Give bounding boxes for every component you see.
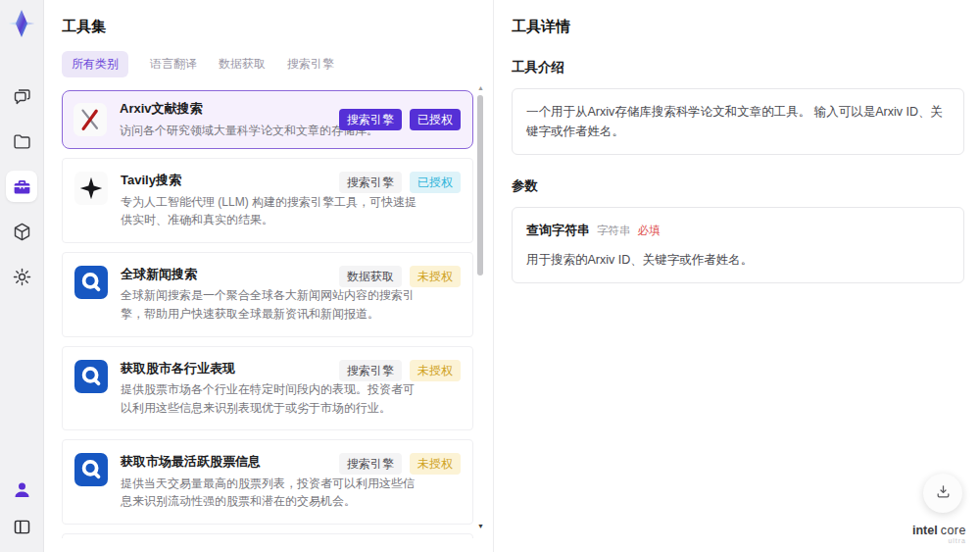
blue-search-icon <box>74 266 108 299</box>
tool-card[interactable]: Tavily搜索 专为人工智能代理 (LLM) 构建的搜索引擎工具，可快速提供实… <box>62 158 473 243</box>
tool-tags: 搜索引擎未授权 <box>339 453 461 475</box>
tag-cyan: 已授权 <box>410 172 461 193</box>
tool-card[interactable]: 获取市场最活跃股票信息 提供当天交易量最高的股票列表，投资者可以利用这些信息来识… <box>62 439 473 525</box>
intro-heading: 工具介绍 <box>512 59 964 76</box>
tool-card[interactable]: 获取股市各行业表现 提供股票市场各个行业在特定时间段内的表现。投资者可以利用这些… <box>62 346 473 431</box>
page-title: 工具集 <box>62 18 493 36</box>
tab-category-3[interactable]: 搜索引擎 <box>287 51 334 77</box>
brand-core-text: core <box>941 524 966 537</box>
tag-grey: 搜索引擎 <box>339 172 402 193</box>
tool-desc: 专为人工智能代理 (LLM) 构建的搜索引擎工具，可快速提供实时、准确和真实的结… <box>121 193 416 229</box>
brand-intel-text: intel <box>912 524 938 537</box>
download-icon <box>935 483 952 504</box>
tool-detail-panel: 工具详情 工具介绍 一个用于从Arxiv存储库搜索科学论文和文章的工具。 输入可… <box>493 0 980 552</box>
app-window: 工具集 所有类别语言翻译数据获取搜索引擎 Arxiv文献搜索 访问各个研究领域大… <box>0 0 980 552</box>
tab-category-1[interactable]: 语言翻译 <box>150 51 197 77</box>
panel-toggle-icon[interactable] <box>6 511 37 542</box>
param-type: 字符串 <box>597 222 631 239</box>
tab-category-2[interactable]: 数据获取 <box>219 51 266 77</box>
download-button[interactable] <box>923 474 962 513</box>
left-rail <box>0 0 44 552</box>
tag-yellow: 未授权 <box>410 360 461 381</box>
tag-grey: 数据获取 <box>339 266 402 287</box>
tool-list-panel: 工具集 所有类别语言翻译数据获取搜索引擎 Arxiv文献搜索 访问各个研究领域大… <box>44 0 493 552</box>
brand-sub-text: ultra <box>912 537 966 545</box>
blue-search-icon <box>74 453 108 486</box>
sidebar-item-settings-icon[interactable] <box>6 261 37 292</box>
sidebar-item-chat-icon[interactable] <box>6 80 37 112</box>
tool-card[interactable]: Arxiv文献搜索 访问各个研究领域大量科学论文和文章的存储库。 搜索引擎已授权 <box>62 90 473 149</box>
category-tabs: 所有类别语言翻译数据获取搜索引擎 <box>62 51 493 77</box>
tag-purple: 已授权 <box>410 109 461 130</box>
intel-core-logo: intelcore ultra <box>912 525 966 545</box>
scrollbar-up-arrow[interactable]: ▲ <box>477 84 484 91</box>
tool-desc: 全球新闻搜索是一个聚合全球各大新闻网站内容的搜索引擎，帮助用户快速获取全球最新资… <box>121 286 416 323</box>
tool-tags: 搜索引擎已授权 <box>339 172 461 193</box>
tag-yellow: 未授权 <box>410 453 461 475</box>
app-logo-diamond-icon[interactable] <box>6 8 37 39</box>
detail-title: 工具详情 <box>512 18 964 36</box>
tag-grey: 搜索引擎 <box>339 360 402 381</box>
param-head: 查询字符串 字符串 必填 <box>526 221 950 241</box>
params-heading: 参数 <box>512 177 964 195</box>
sidebar-item-toolbox-icon[interactable] <box>6 171 37 202</box>
tool-desc: 提供股票市场各个行业在特定时间段内的表现。投资者可以利用这些信息来识别表现优于或… <box>121 380 416 417</box>
sidebar-item-cube-icon[interactable] <box>6 216 37 247</box>
rail-bottom <box>6 474 37 542</box>
tag-grey: 搜索引擎 <box>339 453 402 475</box>
blue-search-icon <box>74 360 108 393</box>
param-desc: 用于搜索的Arxiv ID、关键字或作者姓名。 <box>526 250 950 270</box>
param-required-badge: 必填 <box>638 222 661 239</box>
tool-desc: 提供当天交易量最高的股票列表，投资者可以利用这些信息来识别流动性强的股票和潜在的… <box>121 475 416 511</box>
tavily-icon <box>74 172 108 205</box>
scrollbar-thumb[interactable] <box>477 95 483 276</box>
user-icon[interactable] <box>6 474 37 505</box>
tag-purple: 搜索引擎 <box>339 109 402 130</box>
scrollbar-down-arrow[interactable]: ▼ <box>477 523 484 529</box>
param-name: 查询字符串 <box>526 221 590 241</box>
tag-yellow: 未授权 <box>410 266 461 287</box>
param-box: 查询字符串 字符串 必填 用于搜索的Arxiv ID、关键字或作者姓名。 <box>512 207 964 283</box>
tab-category-0[interactable]: 所有类别 <box>62 51 128 77</box>
intro-box: 一个用于从Arxiv存储库搜索科学论文和文章的工具。 输入可以是Arxiv ID… <box>512 88 964 155</box>
tool-tags: 数据获取未授权 <box>339 266 461 287</box>
tool-card[interactable]: 全球新闻搜索 全球新闻搜索是一个聚合全球各大新闻网站内容的搜索引擎，帮助用户快速… <box>62 252 473 337</box>
intro-text: 一个用于从Arxiv存储库搜索科学论文和文章的工具。 输入可以是Arxiv ID… <box>526 105 943 138</box>
rail-nav <box>6 80 37 292</box>
arxiv-icon <box>74 103 107 136</box>
tool-tags: 搜索引擎未授权 <box>339 360 461 381</box>
tool-card[interactable]: 万维地区新闻查询 查询具体行政区划内的新闻，快速了解各地新闻动态。 搜索引擎未授… <box>62 533 473 538</box>
tool-list: Arxiv文献搜索 访问各个研究领域大量科学论文和文章的存储库。 搜索引擎已授权… <box>62 90 473 538</box>
sidebar-item-folder-icon[interactable] <box>6 125 37 157</box>
tool-tags: 搜索引擎已授权 <box>339 109 461 130</box>
